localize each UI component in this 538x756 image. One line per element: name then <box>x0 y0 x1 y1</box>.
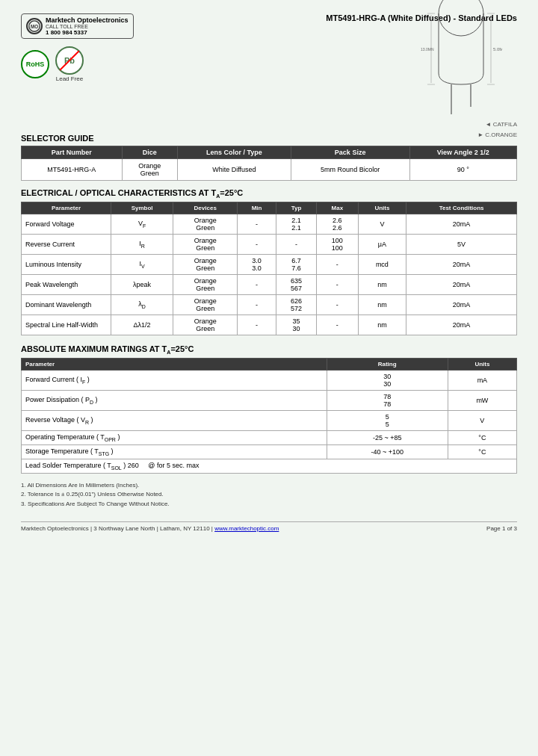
typ-li: 6.77.6 <box>276 254 316 274</box>
symbol-vf: VF <box>111 214 173 234</box>
rating-value-if: 3030 <box>327 371 448 391</box>
led-svg: 5.0MAX 13.0MN 5.6MAX <box>420 0 502 118</box>
view-angle-cell: 90 ° <box>409 158 516 180</box>
electrical-title: ELECTRICAL / OPTICAL CHARACTERISTICS AT … <box>21 188 517 199</box>
devices-rc: OrangeGreen <box>173 234 238 254</box>
typ-fv: 2.12.1 <box>276 214 316 234</box>
rating-param-if: Forward Current ( IF ) <box>22 371 327 391</box>
char-row-reverse-current: Reverse Current IR OrangeGreen - - 10010… <box>22 234 517 254</box>
char-row-luminous-intensity: Luminous Intensity IV OrangeGreen 3.03.0… <box>22 254 517 274</box>
min-fv: - <box>238 214 276 234</box>
test-li: 20mA <box>406 254 517 274</box>
devices-sh: OrangeGreen <box>173 315 238 335</box>
symbol-peak: λpeak <box>111 274 173 294</box>
page-footer: Marktech Optoelectronics | 3 Northway La… <box>21 521 517 532</box>
char-row-spectral-half: Spectral Line Half-Width Δλ1/2 OrangeGre… <box>22 315 517 335</box>
symbol-iv: IV <box>111 254 173 274</box>
rating-row-topr: Operating Temperature ( TOPR ) -25 ~ +85… <box>22 431 517 445</box>
company-logo-circle: MO <box>26 18 43 34</box>
char-col-devices: Devices <box>173 202 238 214</box>
rating-row-if: Forward Current ( IF ) 3030 mA <box>22 371 517 391</box>
min-dw: - <box>238 294 276 315</box>
max-pw: - <box>317 274 358 294</box>
test-pw: 20mA <box>406 274 517 294</box>
max-sh: - <box>317 315 358 335</box>
rating-value-topr: -25 ~ +85 <box>327 431 448 445</box>
col-part-number: Part Number <box>22 146 123 158</box>
ratings-title: ABSOLUTE MAXIMUM RATINGS AT TA=25°C <box>21 344 517 355</box>
param-peak-wl: Peak Wavelength <box>22 274 111 294</box>
col-dice: Dice <box>122 146 177 158</box>
units-rc: μA <box>358 234 406 254</box>
pack-cell: 5mm Round Bicolor <box>291 158 409 180</box>
rating-row-pd: Power Dissipation ( PD ) 7878 mW <box>22 391 517 411</box>
param-spectral: Spectral Line Half-Width <box>22 315 111 335</box>
char-col-param: Parameter <box>22 202 111 214</box>
test-rc: 5V <box>406 234 517 254</box>
min-li: 3.03.0 <box>238 254 276 274</box>
param-luminous: Luminous Intensity <box>22 254 111 274</box>
logo-area: MO Marktech Optoelectronics CALL TOLL FR… <box>21 13 134 82</box>
rating-row-tsol: Lead Solder Temperature ( TSOL ) 260 @ f… <box>22 459 517 473</box>
rating-param-vr: Reverse Voltage ( VR ) <box>22 411 327 431</box>
logo-box: MO Marktech Optoelectronics CALL TOLL FR… <box>21 13 134 39</box>
units-li: mcd <box>358 254 406 274</box>
rating-units-vr: V <box>448 411 516 431</box>
svg-text:MO: MO <box>31 24 38 29</box>
char-col-symbol: Symbol <box>111 202 173 214</box>
col-view-angle: View Angle 2 1/2 <box>409 146 516 158</box>
svg-point-2 <box>439 0 483 36</box>
lead-free-badge-container: Pb Lead Free <box>55 46 84 82</box>
char-col-typ: Typ <box>276 202 316 214</box>
ratings-col-param: Parameter <box>22 359 327 371</box>
char-col-min: Min <box>238 202 276 214</box>
footer-link[interactable]: www.marktechoptic.com <box>214 525 279 532</box>
rating-value-tstg: -40 ~ +100 <box>327 444 448 459</box>
rating-param-topr: Operating Temperature ( TOPR ) <box>22 431 327 445</box>
devices-fv: OrangeGreen <box>173 214 238 234</box>
footer-left: Marktech Optoelectronics | 3 Northway La… <box>21 525 279 532</box>
rating-row-vr: Reverse Voltage ( VR ) 55 V <box>22 411 517 431</box>
param-forward-voltage: Forward Voltage <box>22 214 111 234</box>
symbol-ir: IR <box>111 234 173 254</box>
param-reverse-current: Reverse Current <box>22 234 111 254</box>
footer-page-number: Page 1 of 3 <box>486 525 517 532</box>
ratings-table: Parameter Rating Units Forward Current (… <box>21 358 517 473</box>
pb-slash <box>60 51 80 71</box>
char-col-max: Max <box>317 202 358 214</box>
units-fv: V <box>358 214 406 234</box>
notes-section: 1. All Dimensions Are In Millimeters (In… <box>21 481 517 509</box>
part-number-cell: MT5491-HRG-A <box>22 158 123 180</box>
pb-badge: Pb <box>55 46 84 75</box>
typ-rc: - <box>276 234 316 254</box>
col-lens: Lens Color / Type <box>178 146 291 158</box>
typ-sh: 3530 <box>276 315 316 335</box>
company-name: Marktech Optoelectronics <box>46 16 129 24</box>
rating-value-vr: 55 <box>327 411 448 431</box>
rating-units-tstg: °C <box>448 444 516 459</box>
svg-text:13.0MN: 13.0MN <box>421 47 434 52</box>
min-rc: - <box>238 234 276 254</box>
char-col-units: Units <box>358 202 406 214</box>
char-row-peak-wavelength: Peak Wavelength λpeak OrangeGreen - 6355… <box>22 274 517 294</box>
symbol-spectral: Δλ1/2 <box>111 315 173 335</box>
certification-badges: RoHS Pb Lead Free <box>21 46 84 82</box>
rohs-badge: RoHS <box>21 50 49 78</box>
devices-pw: OrangeGreen <box>173 274 238 294</box>
min-pw: - <box>238 274 276 294</box>
test-dw: 20mA <box>406 294 517 315</box>
devices-li: OrangeGreen <box>173 254 238 274</box>
char-row-dominant-wavelength: Dominant Wavelength λD OrangeGreen - 626… <box>22 294 517 315</box>
selector-table: Part Number Dice Lens Color / Type Pack … <box>21 146 517 181</box>
test-sh: 20mA <box>406 315 517 335</box>
max-dw: - <box>317 294 358 315</box>
rating-param-pd: Power Dissipation ( PD ) <box>22 391 327 411</box>
symbol-dom: λD <box>111 294 173 315</box>
max-rc: 100100 <box>317 234 358 254</box>
electrical-table: Parameter Symbol Devices Min Typ Max Uni… <box>21 202 517 335</box>
ratings-col-units: Units <box>448 359 516 371</box>
rating-value-pd: 7878 <box>327 391 448 411</box>
dice-cell: OrangeGreen <box>122 158 177 180</box>
logo-text: Marktech Optoelectronics CALL TOLL FREE … <box>46 16 129 36</box>
lens-cell: White Diffused <box>178 158 291 180</box>
